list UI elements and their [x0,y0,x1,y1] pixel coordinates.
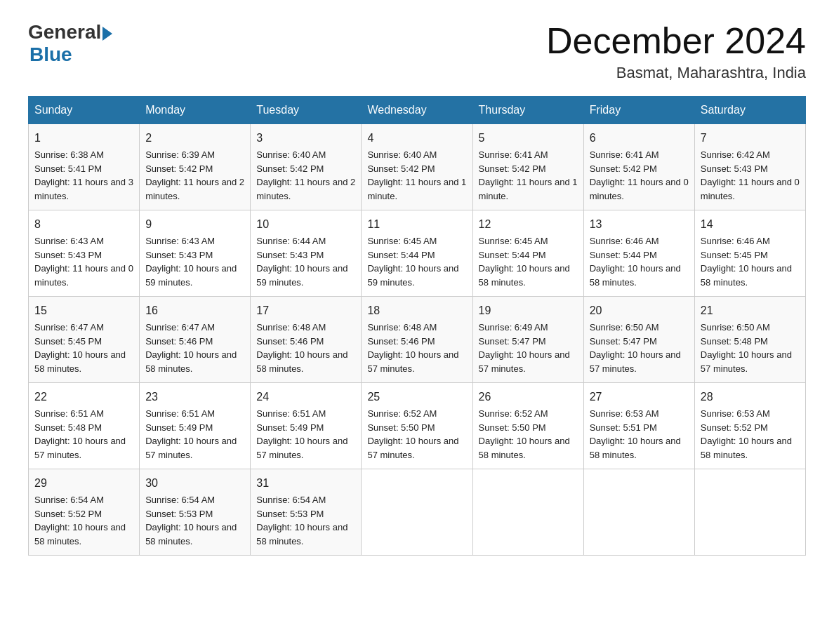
calendar-cell: 26Sunrise: 6:52 AMSunset: 5:50 PMDayligh… [472,383,583,469]
calendar-cell: 9Sunrise: 6:43 AMSunset: 5:43 PMDaylight… [140,210,251,297]
calendar-header: SundayMondayTuesdayWednesdayThursdayFrid… [29,97,806,124]
calendar-cell: 31Sunrise: 6:54 AMSunset: 5:53 PMDayligh… [251,469,362,556]
day-number: 26 [479,389,578,405]
header-saturday: Saturday [694,97,805,124]
calendar-cell: 30Sunrise: 6:54 AMSunset: 5:53 PMDayligh… [140,469,251,556]
day-number: 17 [256,302,355,319]
day-number: 21 [701,302,800,319]
calendar-cell: 29Sunrise: 6:54 AMSunset: 5:52 PMDayligh… [29,469,140,556]
calendar-cell: 27Sunrise: 6:53 AMSunset: 5:51 PMDayligh… [583,383,694,469]
calendar-cell: 2Sunrise: 6:39 AMSunset: 5:42 PMDaylight… [140,124,251,210]
day-number: 11 [367,216,466,233]
calendar-week-row: 1Sunrise: 6:38 AMSunset: 5:41 PMDaylight… [29,124,806,210]
calendar-cell: 11Sunrise: 6:45 AMSunset: 5:44 PMDayligh… [362,210,472,297]
day-number: 20 [590,302,689,319]
day-number: 2 [145,130,244,147]
location-title: Basmat, Maharashtra, India [546,64,806,82]
calendar-cell: 22Sunrise: 6:51 AMSunset: 5:48 PMDayligh… [29,383,140,469]
calendar-cell: 28Sunrise: 6:53 AMSunset: 5:52 PMDayligh… [694,383,805,469]
month-title: December 2024 [546,21,806,61]
day-number: 4 [367,130,466,147]
calendar-cell: 10Sunrise: 6:44 AMSunset: 5:43 PMDayligh… [251,210,362,297]
day-number: 29 [34,475,133,492]
calendar-cell: 17Sunrise: 6:48 AMSunset: 5:46 PMDayligh… [251,297,362,383]
header-wednesday: Wednesday [362,97,472,124]
header-tuesday: Tuesday [251,97,362,124]
calendar-cell [362,469,472,556]
day-number: 22 [34,389,133,405]
day-number: 10 [256,216,355,233]
calendar-cell [694,469,805,556]
calendar-cell: 18Sunrise: 6:48 AMSunset: 5:46 PMDayligh… [362,297,472,383]
calendar-cell: 19Sunrise: 6:49 AMSunset: 5:47 PMDayligh… [472,297,583,383]
logo-general-text: General [28,21,101,43]
calendar-cell: 21Sunrise: 6:50 AMSunset: 5:48 PMDayligh… [694,297,805,383]
header-monday: Monday [140,97,251,124]
header-row: SundayMondayTuesdayWednesdayThursdayFrid… [29,97,806,124]
day-number: 23 [145,389,244,405]
logo-blue-text: Blue [29,43,72,66]
calendar-week-row: 15Sunrise: 6:47 AMSunset: 5:45 PMDayligh… [29,297,806,383]
calendar-cell [472,469,583,556]
calendar-cell [583,469,694,556]
calendar-cell: 20Sunrise: 6:50 AMSunset: 5:47 PMDayligh… [583,297,694,383]
day-number: 15 [34,302,133,319]
calendar-body: 1Sunrise: 6:38 AMSunset: 5:41 PMDaylight… [29,124,806,556]
day-number: 3 [256,130,355,147]
day-number: 12 [479,216,578,233]
calendar-cell: 5Sunrise: 6:41 AMSunset: 5:42 PMDaylight… [472,124,583,210]
calendar-cell: 4Sunrise: 6:40 AMSunset: 5:42 PMDaylight… [362,124,472,210]
calendar-cell: 23Sunrise: 6:51 AMSunset: 5:49 PMDayligh… [140,383,251,469]
calendar-cell: 8Sunrise: 6:43 AMSunset: 5:43 PMDaylight… [29,210,140,297]
calendar-table: SundayMondayTuesdayWednesdayThursdayFrid… [28,96,806,556]
day-number: 30 [145,475,244,492]
calendar-cell: 24Sunrise: 6:51 AMSunset: 5:49 PMDayligh… [251,383,362,469]
page-header: General Blue December 2024 Basmat, Mahar… [28,21,806,82]
header-thursday: Thursday [472,97,583,124]
day-number: 24 [256,389,355,405]
day-number: 28 [701,389,800,405]
day-number: 9 [145,216,244,233]
logo: General Blue [28,21,112,66]
day-number: 25 [367,389,466,405]
header-sunday: Sunday [29,97,140,124]
calendar-cell: 7Sunrise: 6:42 AMSunset: 5:43 PMDaylight… [694,124,805,210]
title-area: December 2024 Basmat, Maharashtra, India [546,21,806,82]
day-number: 16 [145,302,244,319]
calendar-week-row: 8Sunrise: 6:43 AMSunset: 5:43 PMDaylight… [29,210,806,297]
calendar-cell: 16Sunrise: 6:47 AMSunset: 5:46 PMDayligh… [140,297,251,383]
day-number: 18 [367,302,466,319]
header-friday: Friday [583,97,694,124]
day-number: 13 [590,216,689,233]
calendar-cell: 14Sunrise: 6:46 AMSunset: 5:45 PMDayligh… [694,210,805,297]
calendar-week-row: 29Sunrise: 6:54 AMSunset: 5:52 PMDayligh… [29,469,806,556]
calendar-cell: 3Sunrise: 6:40 AMSunset: 5:42 PMDaylight… [251,124,362,210]
day-number: 14 [701,216,800,233]
calendar-cell: 1Sunrise: 6:38 AMSunset: 5:41 PMDaylight… [29,124,140,210]
day-number: 6 [590,130,689,147]
day-number: 19 [479,302,578,319]
day-number: 27 [590,389,689,405]
day-number: 31 [256,475,355,492]
day-number: 5 [479,130,578,147]
logo-arrow-icon [102,27,112,41]
calendar-cell: 12Sunrise: 6:45 AMSunset: 5:44 PMDayligh… [472,210,583,297]
calendar-cell: 15Sunrise: 6:47 AMSunset: 5:45 PMDayligh… [29,297,140,383]
calendar-cell: 13Sunrise: 6:46 AMSunset: 5:44 PMDayligh… [583,210,694,297]
calendar-cell: 25Sunrise: 6:52 AMSunset: 5:50 PMDayligh… [362,383,472,469]
calendar-week-row: 22Sunrise: 6:51 AMSunset: 5:48 PMDayligh… [29,383,806,469]
calendar-cell: 6Sunrise: 6:41 AMSunset: 5:42 PMDaylight… [583,124,694,210]
day-number: 1 [34,130,133,147]
day-number: 7 [701,130,800,147]
day-number: 8 [34,216,133,233]
